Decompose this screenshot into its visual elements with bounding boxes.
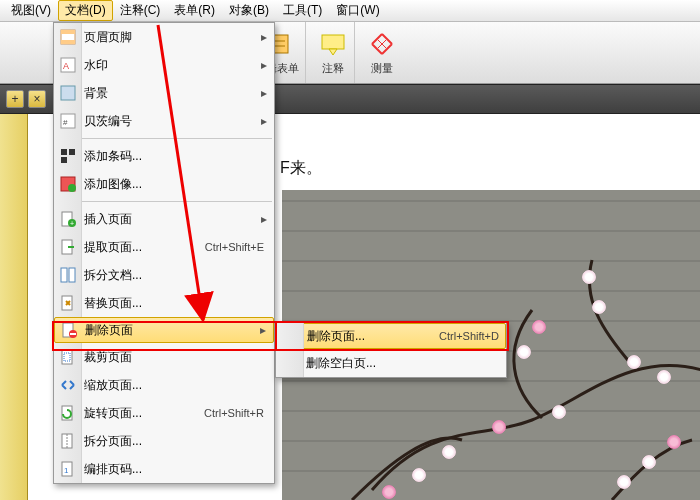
menu-label: 插入页面 xyxy=(84,211,260,228)
submenu-arrow-icon: ▸ xyxy=(259,323,267,337)
menu-add-image[interactable]: 添加图像... xyxy=(54,170,274,198)
menu-label: 页眉页脚 xyxy=(84,29,260,46)
rotate-page-icon xyxy=(58,403,78,423)
ribbon-measure[interactable]: 测量 xyxy=(361,22,403,83)
measure-icon xyxy=(367,29,397,59)
svg-text:A: A xyxy=(63,61,69,71)
background-icon xyxy=(58,83,78,103)
menu-insert-page[interactable]: +插入页面▸ xyxy=(54,205,274,233)
menu-tools[interactable]: 工具(T) xyxy=(276,0,329,21)
menu-shortcut: Ctrl+Shift+E xyxy=(205,241,264,253)
menu-extract-page[interactable]: 提取页面...Ctrl+Shift+E xyxy=(54,233,274,261)
menu-separator xyxy=(56,138,272,139)
menu-label: 拆分页面... xyxy=(84,433,268,450)
svg-rect-42 xyxy=(70,333,76,335)
menu-label: 提取页面... xyxy=(84,239,205,256)
svg-text:+: + xyxy=(70,220,74,227)
svg-text:#: # xyxy=(63,118,68,127)
menu-add-barcode[interactable]: 添加条码... xyxy=(54,142,274,170)
zoom-page-icon xyxy=(58,375,78,395)
sidebar xyxy=(0,114,28,500)
close-tab-button[interactable]: × xyxy=(28,90,46,108)
delete-page-icon xyxy=(59,320,79,340)
menu-label: 替换页面... xyxy=(84,295,268,312)
menu-split-page[interactable]: 拆分页面... xyxy=(54,427,274,455)
menu-bates[interactable]: #贝茨编号▸ xyxy=(54,107,274,135)
menu-label: 贝茨编号 xyxy=(84,113,260,130)
menu-crop-page[interactable]: 裁剪页面 xyxy=(54,343,274,371)
svg-rect-22 xyxy=(61,40,75,44)
ribbon-label: 测量 xyxy=(371,61,393,76)
submenu-delete-blank[interactable]: 删除空白页... xyxy=(276,349,506,377)
extract-page-icon xyxy=(58,237,78,257)
menu-label: 添加条码... xyxy=(84,148,268,165)
menu-watermark[interactable]: A水印▸ xyxy=(54,51,274,79)
submenu-delete-pages[interactable]: 删除页面...Ctrl+Shift+D xyxy=(276,323,506,349)
submenu-arrow-icon: ▸ xyxy=(260,114,268,128)
svg-rect-29 xyxy=(69,149,75,155)
menu-background[interactable]: 背景▸ xyxy=(54,79,274,107)
watermark-icon: A xyxy=(58,55,78,75)
crop-page-icon xyxy=(58,347,78,367)
split-page-icon xyxy=(58,431,78,451)
submenu-arrow-icon: ▸ xyxy=(260,30,268,44)
menu-label: 背景 xyxy=(84,85,260,102)
svg-rect-21 xyxy=(61,30,75,34)
menu-zoom-page[interactable]: 缩放页面... xyxy=(54,371,274,399)
menu-bar: 视图(V) 文档(D) 注释(C) 表单(R) 对象(B) 工具(T) 窗口(W… xyxy=(0,0,700,22)
svg-rect-37 xyxy=(61,268,67,282)
page-number-icon: 1 xyxy=(58,459,78,479)
bates-icon: # xyxy=(58,111,78,131)
delete-page-submenu: 删除页面...Ctrl+Shift+D 删除空白页... xyxy=(275,322,507,378)
doc-text: F来。 xyxy=(280,158,322,179)
menu-replace-page[interactable]: 替换页面... xyxy=(54,289,274,317)
menu-document[interactable]: 文档(D) xyxy=(58,0,113,21)
menu-annotate[interactable]: 注释(C) xyxy=(113,0,168,21)
svg-rect-30 xyxy=(61,157,67,163)
submenu-arrow-icon: ▸ xyxy=(260,86,268,100)
replace-page-icon xyxy=(58,293,78,313)
svg-text:1: 1 xyxy=(64,466,69,475)
menu-split-doc[interactable]: 拆分文档... xyxy=(54,261,274,289)
new-tab-button[interactable]: + xyxy=(6,90,24,108)
menu-header-footer[interactable]: 页眉页脚▸ xyxy=(54,23,274,51)
menu-separator xyxy=(56,201,272,202)
menu-page-number[interactable]: 1编排页码... xyxy=(54,455,274,483)
ribbon-label: 注释 xyxy=(322,61,344,76)
menu-label: 拆分文档... xyxy=(84,267,268,284)
menu-label: 删除空白页... xyxy=(306,355,500,372)
insert-page-icon: + xyxy=(58,209,78,229)
header-footer-icon xyxy=(58,27,78,47)
menu-delete-page[interactable]: 删除页面▸ xyxy=(54,317,274,343)
svg-rect-25 xyxy=(61,86,75,100)
annotate-icon xyxy=(318,29,348,59)
menu-window[interactable]: 窗口(W) xyxy=(329,0,386,21)
menu-label: 添加图像... xyxy=(84,176,268,193)
ribbon-annotate[interactable]: 注释 xyxy=(312,22,355,83)
menu-label: 水印 xyxy=(84,57,260,74)
menu-label: 删除页面 xyxy=(85,322,259,339)
menu-label: 删除页面... xyxy=(307,328,439,345)
menu-shortcut: Ctrl+Shift+R xyxy=(204,407,264,419)
menu-rotate-page[interactable]: 旋转页面...Ctrl+Shift+R xyxy=(54,399,274,427)
menu-view[interactable]: 视图(V) xyxy=(4,0,58,21)
menu-label: 编排页码... xyxy=(84,461,268,478)
document-menu-dropdown: 页眉页脚▸ A水印▸ 背景▸ #贝茨编号▸ 添加条码... 添加图像... +插… xyxy=(53,22,275,484)
svg-point-32 xyxy=(68,184,76,192)
barcode-icon xyxy=(58,146,78,166)
svg-rect-28 xyxy=(61,149,67,155)
add-image-icon xyxy=(58,174,78,194)
menu-shortcut: Ctrl+Shift+D xyxy=(439,330,499,342)
menu-object[interactable]: 对象(B) xyxy=(222,0,276,21)
menu-label: 旋转页面... xyxy=(84,405,204,422)
menu-label: 缩放页面... xyxy=(84,377,268,394)
menu-label: 裁剪页面 xyxy=(84,349,268,366)
submenu-arrow-icon: ▸ xyxy=(260,212,268,226)
svg-rect-38 xyxy=(69,268,75,282)
svg-rect-19 xyxy=(322,35,344,49)
split-doc-icon xyxy=(58,265,78,285)
menu-form[interactable]: 表单(R) xyxy=(167,0,222,21)
submenu-arrow-icon: ▸ xyxy=(260,58,268,72)
